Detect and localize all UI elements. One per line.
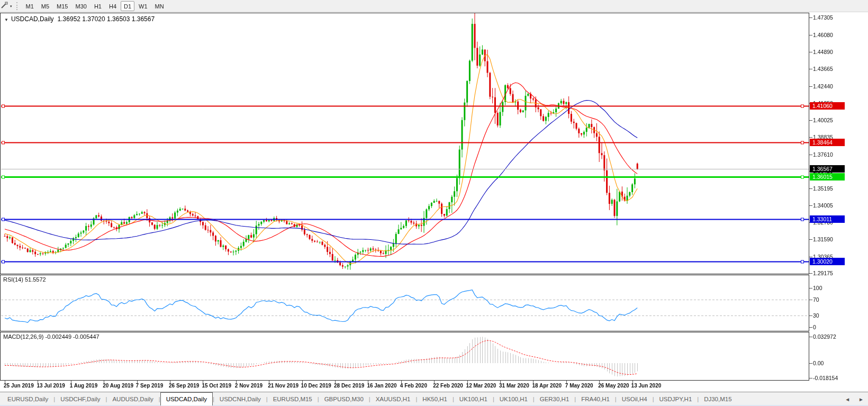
chart-tab-usdcnh-daily[interactable]: USDCNH,Daily: [214, 393, 266, 405]
hline-price-label[interactable]: 1.30020: [810, 258, 845, 265]
timeframe-button-h1[interactable]: H1: [91, 1, 105, 11]
draw-tool-button[interactable]: ▾: [0, 0, 15, 12]
chart-title: ▼USDCAD,Daily1.36952 1.37020 1.36503 1.3…: [4, 15, 155, 23]
hline-price-label[interactable]: 1.36015: [810, 173, 845, 181]
current-price-label: 1.36567: [810, 165, 845, 173]
timeframe-toolbar: ▾ M1M5M15M30H1H4D1W1MN: [0, 0, 868, 12]
macd-indicator-label: MACD(12,26,9) -0.002449 -0.005447: [3, 333, 100, 340]
chart-tab-dj30-m15[interactable]: DJ30,M15: [699, 393, 737, 405]
chart-tab-eurusd-daily[interactable]: EURUSD,Daily: [2, 393, 53, 405]
collapse-arrow-icon[interactable]: ▼: [4, 17, 8, 22]
tabs-scroll-right-icon[interactable]: ►: [858, 396, 864, 402]
chart-tab-gbpusd-m30[interactable]: GBPUSD,M30: [319, 393, 369, 405]
ohlc-values: 1.36952 1.37020 1.36503 1.36567: [58, 15, 155, 23]
chart-tab-hk50-h1[interactable]: HK50,H1: [417, 393, 453, 405]
chart-tab-eurusd-m15[interactable]: EURUSD,M15: [268, 393, 318, 405]
dropdown-caret-icon: ▾: [10, 4, 12, 8]
chart-tab-uk100-h1[interactable]: UK100,H1: [494, 393, 533, 405]
toolbar-separator: [16, 2, 19, 10]
timeframe-button-m1[interactable]: M1: [23, 1, 37, 11]
pencil-tool-icon: [1, 1, 8, 11]
timeframe-button-h4[interactable]: H4: [106, 1, 120, 11]
tabs-scroll-left-icon[interactable]: ◄: [845, 396, 850, 402]
mt4-chart-window: ▾ M1M5M15M30H1H4D1W1MN ▼USDCAD,Daily1.36…: [0, 0, 868, 406]
timeframe-button-d1[interactable]: D1: [121, 1, 134, 11]
chart-tab-usdchf-daily[interactable]: USDCHF,Daily: [55, 393, 105, 405]
timeframe-button-m30[interactable]: M30: [72, 1, 89, 11]
timeframe-button-mn[interactable]: MN: [152, 1, 167, 11]
chart-tab-usdjpy-h1[interactable]: USDJPY,H1: [654, 393, 698, 405]
hline-price-label[interactable]: 1.41060: [810, 102, 845, 110]
chart-tab-xauusd-h1[interactable]: XAUUSD,H1: [370, 393, 416, 405]
symbol-period-label: USDCAD,Daily: [11, 15, 54, 23]
timeframe-buttons: M1M5M15M30H1H4D1W1MN: [22, 1, 168, 11]
rsi-indicator-label: RSI(14) 51.5572: [3, 276, 46, 283]
chart-tab-uk100-h1[interactable]: UK100,H1: [454, 393, 493, 405]
chart-tab-usoil-h4[interactable]: USOil,H4: [617, 393, 653, 405]
chart-tabbar: EURUSD,Daily|USDCHF,Daily|AUDUSD,Daily|U…: [0, 392, 868, 405]
hline-price-label[interactable]: 1.38464: [810, 139, 845, 146]
chart-tab-usdcad-daily[interactable]: USDCAD,Daily: [160, 392, 213, 405]
timeframe-button-m15[interactable]: M15: [53, 1, 71, 11]
chart-tab-ger30-h1[interactable]: GER30,H1: [535, 393, 575, 405]
chart-tab-audusd-daily[interactable]: AUDUSD,Daily: [107, 393, 158, 405]
hline-price-label[interactable]: 1.33011: [810, 215, 845, 223]
timeframe-button-m5[interactable]: M5: [38, 1, 52, 11]
chart-tabs: EURUSD,Daily|USDCHF,Daily|AUDUSD,Daily|U…: [0, 392, 868, 405]
timeframe-button-w1[interactable]: W1: [135, 1, 151, 11]
price-chart-canvas[interactable]: [0, 0, 868, 406]
chart-tab-fra40-h1[interactable]: FRA40,H1: [576, 393, 615, 405]
